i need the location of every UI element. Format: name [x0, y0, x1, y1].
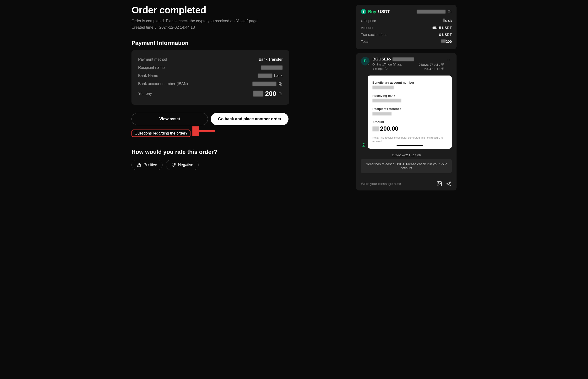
- page-title: Order completed: [131, 5, 351, 16]
- fees-label: Transaction fees: [361, 32, 387, 37]
- status-dot-icon: [367, 63, 370, 66]
- recipient-label: Recipient name: [138, 65, 165, 70]
- annotation-arrow-icon: [192, 126, 216, 136]
- bank-label: Receiving bank: [372, 94, 447, 97]
- bank-name-label: Bank Name: [138, 74, 158, 78]
- stats-row: 0 buys; 27 sells: [419, 63, 444, 66]
- chat-username: BGUSER-: [372, 57, 444, 62]
- page-subtitle: Order is completed. Please check the cry…: [131, 19, 351, 23]
- ref-label: Recipient reference: [372, 107, 447, 111]
- total-value: 200: [441, 39, 452, 44]
- receipt-amount-label: Amount: [372, 120, 447, 124]
- you-pay-value: 200: [253, 90, 283, 97]
- questions-link[interactable]: Questions regarding the order?: [135, 131, 187, 135]
- bank-name-value: bank: [258, 74, 283, 78]
- info-icon[interactable]: [441, 67, 444, 70]
- bank-suffix: bank: [274, 74, 283, 78]
- payment-heading: Payment Information: [131, 40, 351, 46]
- created-time-value: 2024-12-02 14:44:18: [159, 25, 195, 29]
- copy-icon[interactable]: [278, 82, 283, 86]
- rating-heading: How would you rate this order?: [131, 149, 351, 155]
- unit-price-label: Unit price: [361, 19, 376, 23]
- created-time-label: Created time：: [131, 25, 157, 29]
- positive-button[interactable]: Positive: [131, 160, 162, 170]
- check-circle-icon: [361, 143, 366, 147]
- receipt-amount-value: 200.00: [380, 125, 398, 132]
- bank-name-row: Bank Name bank: [138, 72, 283, 80]
- payment-info-card: Payment method Bank Transfer Recipient n…: [131, 50, 289, 105]
- svg-point-12: [443, 63, 443, 64]
- receipt-bubble: Beneficiary account number Receiving ban…: [368, 76, 452, 149]
- benef-label: Beneficiary account number: [372, 81, 447, 84]
- send-button[interactable]: [446, 181, 452, 187]
- fees-row: Transaction fees 0 USDT: [361, 31, 452, 38]
- online-status: Online 17 hour(s) ago: [372, 63, 402, 66]
- copy-icon[interactable]: [278, 92, 283, 96]
- image-upload-button[interactable]: [436, 181, 442, 187]
- trade-side: Buy: [368, 9, 376, 14]
- avatar: B: [361, 57, 369, 65]
- you-pay-label: You pay: [138, 92, 152, 96]
- recipient-row: Recipient name: [138, 63, 283, 72]
- svg-point-9: [386, 68, 386, 68]
- fees-value: 0 USDT: [439, 32, 452, 37]
- tether-icon: ₮: [361, 9, 366, 14]
- action-buttons: View asset Go back and place another ord…: [131, 113, 351, 125]
- chat-date-row: 2024-11-16: [419, 67, 444, 71]
- chat-timestamp: 2024-12-02 15:14:09: [361, 153, 452, 157]
- order-summary-card: ₮ Buy USDT Unit price 4.43 Amount 45.15 …: [356, 5, 457, 49]
- trade-asset: USDT: [378, 9, 390, 14]
- amount-label: Amount: [361, 26, 373, 30]
- iban-label: Bank account number (IBAN): [138, 82, 188, 86]
- thumbs-up-icon: [137, 163, 141, 167]
- svg-point-15: [443, 68, 443, 68]
- chat-input[interactable]: [361, 182, 433, 186]
- unit-price-row: Unit price 4.43: [361, 17, 452, 24]
- home-indicator-bar: [397, 145, 423, 146]
- positive-label: Positive: [144, 163, 157, 167]
- total-row: Total 200: [361, 38, 452, 45]
- thumbs-down-icon: [171, 163, 176, 167]
- iban-value: [253, 82, 283, 86]
- payment-method-value: Bank Transfer: [259, 57, 283, 62]
- you-pay-amount: 200: [265, 90, 276, 97]
- amount-value: 45.15 USDT: [432, 26, 452, 30]
- system-message: Seller has released USDT. Please check i…: [361, 159, 452, 173]
- svg-point-16: [362, 143, 365, 147]
- copy-icon[interactable]: [447, 10, 452, 14]
- image-icon: [436, 181, 442, 187]
- more-menu-icon[interactable]: ⋯: [447, 57, 452, 63]
- created-time: Created time： 2024-12-02 14:44:18: [131, 25, 351, 30]
- view-asset-button[interactable]: View asset: [131, 113, 208, 125]
- payment-method-label: Payment method: [138, 57, 167, 62]
- rating-buttons: Positive Negative: [131, 160, 351, 170]
- negative-button[interactable]: Negative: [166, 160, 199, 170]
- send-icon: [446, 181, 452, 187]
- amount-row: Amount 45.15 USDT: [361, 24, 452, 31]
- svg-point-18: [438, 183, 439, 183]
- you-pay-row: You pay 200: [138, 88, 283, 99]
- go-back-button[interactable]: Go back and place another order: [211, 113, 288, 125]
- total-label: Total: [361, 39, 368, 44]
- payment-method-row: Payment method Bank Transfer: [138, 55, 283, 63]
- negative-label: Negative: [178, 163, 193, 167]
- unit-price-value: 4.43: [443, 19, 452, 23]
- chat-input-row: [361, 177, 452, 187]
- iban-row: Bank account number (IBAN): [138, 80, 283, 88]
- duration-row: 1 min(s): [372, 67, 402, 70]
- receipt-note: Note: This receipt is computer generated…: [372, 136, 447, 143]
- questions-highlight-box: Questions regarding the order?: [131, 129, 191, 137]
- chat-header: B BGUSER- Online 17 hour(s) ago 1 min(s)…: [361, 57, 452, 71]
- recipient-value: [261, 65, 283, 70]
- chat-panel: B BGUSER- Online 17 hour(s) ago 1 min(s)…: [356, 53, 457, 190]
- info-icon[interactable]: [441, 63, 444, 66]
- info-icon[interactable]: [385, 67, 388, 70]
